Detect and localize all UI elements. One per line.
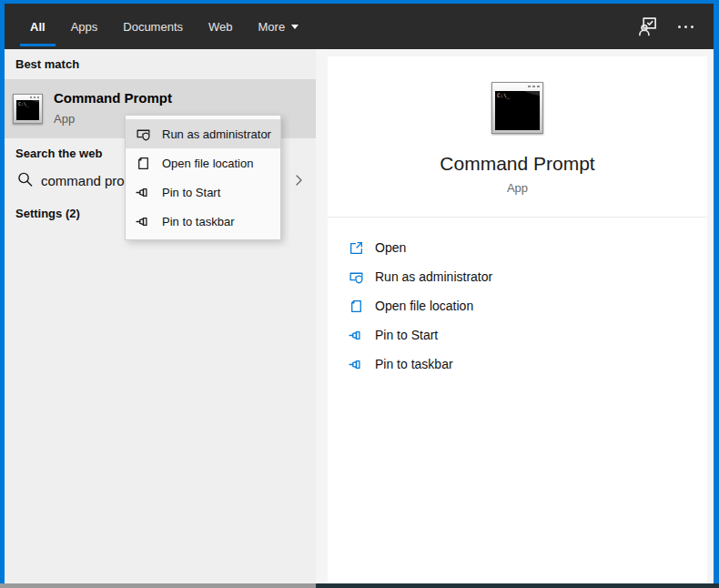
tab-more-label: More <box>258 20 286 34</box>
admin-shield-icon <box>349 269 364 285</box>
search-web-heading: Search the web <box>15 147 102 160</box>
open-icon <box>349 240 364 256</box>
chevron-right-icon[interactable] <box>291 173 306 188</box>
chevron-down-icon <box>291 25 299 29</box>
file-location-icon <box>349 299 364 314</box>
pin-icon <box>136 185 151 200</box>
divider <box>328 217 707 218</box>
action-pin-to-taskbar[interactable]: Pin to taskbar <box>328 350 707 379</box>
tab-all[interactable]: All <box>20 4 56 49</box>
best-match-type: App <box>54 112 75 126</box>
action-label: Run as administrator <box>375 269 492 284</box>
action-label: Open file location <box>375 299 473 313</box>
command-prompt-icon-large <box>491 82 543 134</box>
filter-tabs: All Apps Documents Web More <box>20 4 314 49</box>
settings-heading: Settings (2) <box>15 207 80 220</box>
tab-documents-label: Documents <box>123 20 183 34</box>
search-query-text: command pro <box>41 173 125 188</box>
tab-web-label: Web <box>208 20 233 34</box>
pin-icon <box>136 214 151 229</box>
preview-panel: Command Prompt App Open Run as administr… <box>328 56 707 583</box>
menu-item-label: Open file location <box>162 157 253 170</box>
tab-web[interactable]: Web <box>198 4 243 49</box>
menu-item-label: Pin to taskbar <box>162 215 235 228</box>
context-menu: Run as administrator Open file location … <box>125 115 281 240</box>
menu-item-open-file-location[interactable]: Open file location <box>126 148 280 177</box>
window-border-bottom-left <box>0 583 316 588</box>
action-open[interactable]: Open <box>328 233 707 262</box>
tab-more[interactable]: More <box>248 4 309 49</box>
window-border-top <box>0 0 719 4</box>
pin-icon <box>349 328 364 343</box>
search-icon <box>16 171 34 188</box>
menu-item-run-as-administrator[interactable]: Run as administrator <box>126 119 280 148</box>
pin-icon <box>349 357 364 372</box>
preview-app-title: Command Prompt <box>328 153 707 175</box>
tab-all-label: All <box>30 20 46 34</box>
action-pin-to-start[interactable]: Pin to Start <box>328 320 707 350</box>
menu-item-label: Run as administrator <box>162 127 271 141</box>
admin-shield-icon <box>136 127 151 142</box>
file-location-icon <box>136 156 151 171</box>
window-border-left <box>0 0 5 588</box>
best-match-heading: Best match <box>15 57 79 71</box>
menu-item-label: Pin to Start <box>162 186 220 199</box>
window-border-bottom-right <box>316 583 719 588</box>
more-options-icon[interactable] <box>676 22 695 32</box>
search-header: All Apps Documents Web More <box>5 4 714 49</box>
user-account-icon[interactable] <box>637 16 658 37</box>
action-open-file-location[interactable]: Open file location <box>328 291 707 320</box>
preview-actions: Open Run as administrator Open file loca… <box>328 233 707 379</box>
action-run-as-administrator[interactable]: Run as administrator <box>328 262 707 291</box>
best-match-title: Command Prompt <box>54 90 172 106</box>
action-label: Pin to taskbar <box>375 357 453 371</box>
menu-item-pin-to-start[interactable]: Pin to Start <box>126 177 280 207</box>
action-label: Open <box>375 240 406 255</box>
action-label: Pin to Start <box>375 328 438 342</box>
tab-apps-label: Apps <box>71 20 98 34</box>
command-prompt-icon <box>13 94 43 124</box>
menu-item-pin-to-taskbar[interactable]: Pin to taskbar <box>126 207 280 236</box>
search-flyout-window: All Apps Documents Web More Best match C… <box>0 0 719 588</box>
preview-app-type: App <box>328 181 707 195</box>
window-border-right <box>714 0 719 588</box>
tab-documents[interactable]: Documents <box>113 4 193 49</box>
tab-apps[interactable]: Apps <box>61 4 108 49</box>
